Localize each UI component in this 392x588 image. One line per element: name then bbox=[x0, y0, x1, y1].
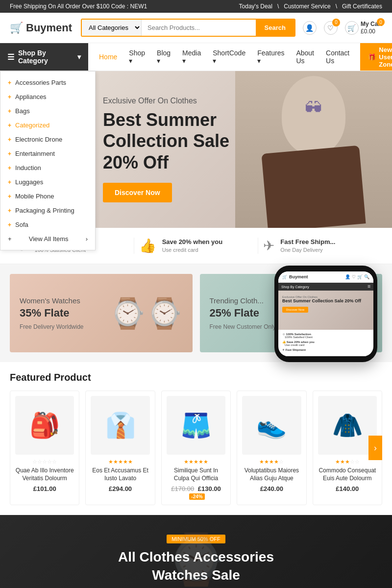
plus-icon3: + bbox=[8, 108, 11, 115]
cart-amount: £0.00 bbox=[361, 28, 375, 35]
nav-media[interactable]: Media ▾ bbox=[176, 43, 207, 71]
feature-savings-text: Save 20% when you Use credit card bbox=[162, 238, 223, 253]
product-image-4: 👟 bbox=[242, 396, 301, 455]
top-bar-separator1: \ bbox=[277, 3, 279, 10]
phone-heart-icon: ♡ bbox=[352, 274, 356, 279]
feature-savings-title: Save 20% when you bbox=[162, 238, 223, 245]
promo-section: Women's Watches 35% Flate Free Delivery … bbox=[0, 264, 392, 362]
cat-sofa[interactable]: + Sofa bbox=[0, 218, 95, 232]
plus-icon11: + bbox=[8, 221, 11, 228]
cat-luggages[interactable]: + Luggages bbox=[0, 175, 95, 189]
logo[interactable]: 🛒 Buyment bbox=[10, 22, 74, 34]
hero-content: Exclusive Offer On Clothes Best Summer C… bbox=[103, 97, 260, 202]
header-icons: 👤 ♡ 0 🛒 0 My Cart £0.00 bbox=[303, 21, 382, 35]
cat-entertainment[interactable]: + Entertainment bbox=[0, 147, 95, 161]
top-bar-gift[interactable]: Gift Certificates bbox=[342, 3, 382, 10]
product-price-4: £240.00 bbox=[242, 485, 301, 492]
nav-shortcode[interactable]: ShortCode ▾ bbox=[207, 43, 251, 71]
hamburger-icon: ☰ bbox=[7, 52, 14, 62]
nav-home[interactable]: Home bbox=[93, 47, 123, 67]
phone-feat-2: 👍 Save 20% when you Use credit card bbox=[282, 340, 369, 346]
wishlist-icon-wrap[interactable]: ♡ 0 bbox=[324, 21, 338, 35]
cat-mobile[interactable]: + Mobile Phone bbox=[0, 189, 95, 203]
plus-icon5: + bbox=[8, 136, 11, 143]
phone-search-icon: 🔍 bbox=[364, 274, 369, 279]
category-list: + Accessories Parts + Appliances + Bags … bbox=[0, 72, 95, 250]
phone-feat-3: ✈ Fast Shipment bbox=[282, 348, 369, 351]
cart-icon-wrap[interactable]: 🛒 0 My Cart £0.00 bbox=[345, 21, 382, 35]
star-empty-4: ☆ bbox=[279, 459, 284, 465]
top-bar-deal[interactable]: Today's Deal bbox=[239, 3, 272, 10]
phone-features: ☺ 100% Satisfaction 100% Satisfied Clien… bbox=[278, 330, 373, 356]
cat-drone[interactable]: + Electronic Drone bbox=[0, 132, 95, 147]
cat-induction[interactable]: + Induction bbox=[0, 161, 95, 175]
cat-bags[interactable]: + Bags bbox=[0, 104, 95, 118]
new-user-zone-button[interactable]: 🎁 New User Zone bbox=[360, 43, 392, 71]
product-name-1: Quae Ab Illo Inventore Veritatis Dolourm bbox=[15, 467, 74, 482]
cat-categorized[interactable]: + Categorized bbox=[0, 118, 95, 132]
top-bar-promo: Free Shipping On All Order Over $100 Cod… bbox=[10, 3, 147, 10]
featured-title: Featured Product bbox=[10, 372, 382, 383]
star-empty-5: ☆☆ bbox=[350, 459, 360, 465]
cat-appliances[interactable]: + Appliances bbox=[0, 90, 95, 104]
cat-packaging[interactable]: + Packaging & Printing bbox=[0, 203, 95, 218]
gift-icon: 🎁 bbox=[368, 53, 376, 61]
nav-aboutus[interactable]: About Us bbox=[290, 43, 320, 71]
phone-hamburger-icon: ☰ bbox=[368, 285, 370, 289]
promo-clothes-title: 25% Flate bbox=[210, 307, 276, 319]
featured-section: Featured Product 🎒 ☆☆☆☆☆ Quae Ab Illo In… bbox=[0, 362, 392, 515]
plus-icon4: + bbox=[8, 122, 11, 129]
product-stars-1: ☆☆☆☆☆ bbox=[15, 459, 74, 465]
product-image-5: 🧥 bbox=[318, 396, 377, 455]
search-button[interactable]: Search bbox=[256, 20, 294, 36]
product-name-4: Voluptatibus Maiores Alias Guju Atque bbox=[242, 467, 301, 482]
promo-watches-sub: Free Delivery Worldwide bbox=[20, 323, 83, 330]
plus-icon6: + bbox=[8, 150, 11, 157]
shop-by-category-label: Shop By Category bbox=[18, 49, 74, 65]
hero-subtitle: Exclusive Offer On Clothes bbox=[103, 97, 260, 105]
search-input[interactable] bbox=[142, 20, 256, 36]
promo-watches[interactable]: Women's Watches 35% Flate Free Delivery … bbox=[10, 274, 193, 352]
phone-header: 🛒 Buyment 👤 ♡ 🛒 🔍 bbox=[278, 271, 373, 283]
discover-now-button[interactable]: Discover Now bbox=[103, 183, 172, 202]
cat-view-all[interactable]: + View All Items › bbox=[0, 232, 95, 246]
watch-background-icon: ⌚ bbox=[0, 515, 392, 588]
nav-features[interactable]: Features ▾ bbox=[251, 43, 290, 71]
chevron-right-icon: › bbox=[86, 235, 88, 243]
phone-logo: Buyment bbox=[289, 274, 308, 279]
product-card-2[interactable]: 👔 ★★★★★ Eos Et Accusamus Et Iusto Lavato… bbox=[85, 391, 155, 505]
dropdown-container: + Accessories Parts + Appliances + Bags … bbox=[0, 71, 392, 228]
product-image-2: 👔 bbox=[91, 396, 149, 455]
product-price-3: £170.00 £130.00 -24% bbox=[167, 485, 225, 500]
nav-contactus[interactable]: Contact Us bbox=[320, 43, 355, 71]
shipping-icon: ✈ bbox=[263, 238, 274, 254]
nav-shop[interactable]: Shop ▾ bbox=[123, 43, 151, 71]
top-bar-customer-service[interactable]: Customer Service bbox=[284, 3, 330, 10]
product-card-1[interactable]: 🎒 ☆☆☆☆☆ Quae Ab Illo Inventore Veritatis… bbox=[10, 391, 79, 505]
products-next-arrow[interactable]: › bbox=[368, 436, 382, 460]
category-dropdown: + Accessories Parts + Appliances + Bags … bbox=[0, 71, 96, 250]
header: 🛒 Buyment All Categories Search 👤 ♡ 0 🛒 … bbox=[0, 13, 392, 43]
discount-badge-3: -24% bbox=[189, 493, 204, 500]
product-card-4[interactable]: 👟 ★★★★☆ Voluptatibus Maiores Alias Guju … bbox=[237, 391, 306, 505]
product-image-3: 🩳 bbox=[167, 396, 225, 455]
products-grid: 🎒 ☆☆☆☆☆ Quae Ab Illo Inventore Veritatis… bbox=[10, 391, 382, 505]
promo-watches-title: 35% Flate bbox=[20, 307, 83, 319]
nav-bar: ☰ Shop By Category ▾ Home Shop ▾ Blog ▾ … bbox=[0, 43, 392, 71]
promo-clothes-text: Trending Cloth... 25% Flate Free New Cus… bbox=[210, 296, 276, 330]
watches-image: ⌚⌚ bbox=[109, 296, 183, 331]
promo-clothes-label: Trending Cloth... bbox=[210, 296, 276, 305]
chevron-down-icon: ▾ bbox=[77, 53, 81, 61]
cart-badge: 0 bbox=[377, 18, 385, 26]
cat-accessories[interactable]: + Accessories Parts bbox=[0, 75, 95, 90]
product-price-2: £294.00 bbox=[91, 485, 149, 492]
category-select[interactable]: All Categories bbox=[82, 20, 142, 36]
plus-icon2: + bbox=[8, 94, 11, 100]
nav-blog[interactable]: Blog ▾ bbox=[151, 43, 176, 71]
promo-watches-label: Women's Watches bbox=[20, 296, 83, 305]
phone-account-icon: 👤 bbox=[345, 274, 350, 279]
account-icon-wrap[interactable]: 👤 bbox=[303, 21, 317, 35]
shop-by-category-button[interactable]: ☰ Shop By Category ▾ bbox=[0, 43, 88, 71]
phone-nav-label: Shop By Category bbox=[281, 285, 309, 289]
product-card-3[interactable]: 🩳 ★★★★★ Similique Sunt In Culpa Qui Offi… bbox=[161, 391, 231, 505]
